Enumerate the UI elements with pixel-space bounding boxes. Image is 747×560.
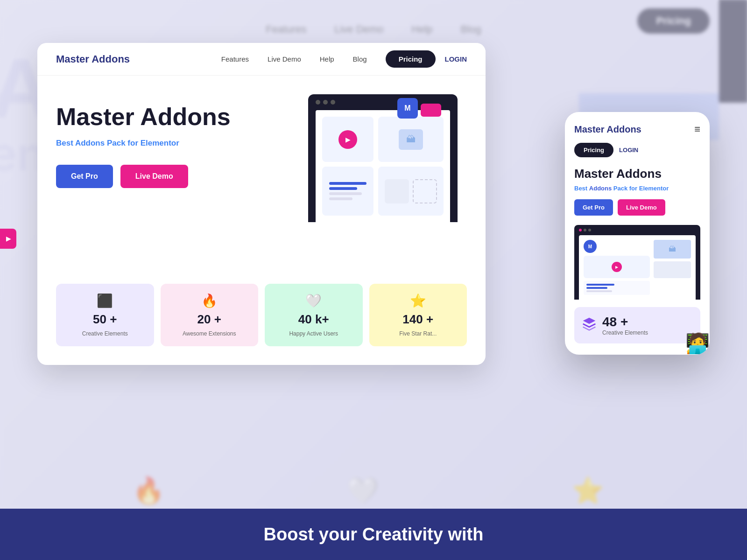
text-line-2 (329, 187, 357, 190)
mobile-image-placeholder: 🏔 (654, 240, 691, 259)
mobile-stat-info: 48 + Creative Elements (602, 315, 648, 336)
mobile-logo: Master Addons (574, 124, 641, 135)
mobile-stat-card: 48 + Creative Elements (574, 307, 700, 343)
hero-title: Master Addons (56, 104, 289, 130)
browser-content: ▶ 🏔 (316, 110, 450, 222)
dot-1 (316, 100, 320, 105)
mobile-live-demo-button[interactable]: Live Demo (618, 199, 665, 216)
mobile-header: Master Addons ≡ (574, 123, 700, 135)
mobile-nav: Pricing LOGIN (574, 143, 700, 157)
mobile-hero-title: Master Addons (574, 167, 700, 181)
mobile-box-placeholder (654, 261, 691, 278)
mobile-login-button[interactable]: LOGIN (619, 147, 638, 154)
nav-help[interactable]: Help (320, 55, 334, 63)
box-placeholder (385, 179, 409, 203)
card-nav: Master Addons Features Live Demo Help Bl… (37, 43, 486, 76)
text-line-3 (329, 192, 362, 195)
mobile-mockup-left: M ▶ (584, 240, 650, 295)
mobile-mockup-logo: M (584, 240, 597, 253)
mobile-stat-num: 48 + (602, 315, 648, 329)
mobile-browser-mockup: M ▶ 🏔 🧑‍💻 (574, 225, 700, 300)
stat-card-extensions: 🔥 20 + Awesome Extensions (161, 284, 259, 346)
text-line-4 (329, 197, 352, 200)
nav-blog[interactable]: Blog (353, 55, 367, 63)
mobile-card: Master Addons ≡ Pricing LOGIN Master Add… (565, 112, 710, 355)
stat-label-extensions: Awesome Extensions (183, 330, 236, 337)
mobile-browser-content: M ▶ 🏔 🧑‍💻 (579, 235, 696, 300)
stat-card-elements: ⬛ 50 + Creative Elements (56, 284, 154, 346)
dot-2 (323, 100, 328, 105)
mobile-buttons: Get Pro Live Demo (574, 199, 700, 216)
hero-subtitle: Best Addons Pack for Elementor (56, 139, 289, 148)
text-widget (322, 167, 374, 216)
stat-label-users: Happy Active Users (289, 330, 338, 337)
main-card: Master Addons Features Live Demo Help Bl… (37, 43, 486, 365)
card-logo: Master Addons (56, 53, 130, 65)
menu-hamburger-icon[interactable]: ≡ (694, 123, 700, 135)
play-widget: ▶ (322, 117, 374, 162)
mobile-text-widget (584, 281, 650, 295)
mockup-pink-tag (421, 104, 441, 117)
text-line-1 (329, 182, 366, 185)
mobile-person-figure: 🧑‍💻 (685, 332, 710, 355)
mobile-play-widget: ▶ (584, 256, 650, 278)
login-button[interactable]: LOGIN (445, 55, 467, 63)
dashed-box (413, 179, 437, 203)
mobile-browser-dots (579, 229, 696, 231)
image-widget: 🏔 (378, 117, 444, 162)
mobile-pricing-button[interactable]: Pricing (574, 143, 613, 157)
stat-card-users: 🤍 40 k+ Happy Active Users (265, 284, 363, 346)
mobile-stat-label: Creative Elements (602, 329, 648, 336)
mobile-layers-icon (582, 316, 597, 335)
stat-num-extensions: 20 + (197, 312, 221, 327)
box-widget (378, 167, 444, 216)
pink-float-button[interactable]: ▶ (0, 229, 16, 249)
stat-label-elements: Creative Elements (82, 330, 128, 337)
mobile-get-pro-button[interactable]: Get Pro (574, 199, 613, 216)
pricing-button[interactable]: Pricing (386, 50, 436, 68)
mobile-dot-3 (588, 229, 591, 231)
text-lines (329, 182, 366, 200)
card-nav-links: Features Live Demo Help Blog (221, 55, 367, 63)
mobile-hero-subtitle: Best Addons Pack for Elementor (574, 185, 700, 192)
nav-livedemo[interactable]: Live Demo (268, 55, 301, 63)
mobile-text-line-1 (586, 284, 614, 286)
mobile-text-line-2 (586, 287, 607, 289)
stat-num-elements: 50 + (93, 312, 117, 327)
stat-num-ratings: 140 + (402, 312, 433, 327)
mobile-dot-1 (579, 229, 582, 231)
mobile-stat-row: 48 + Creative Elements (582, 315, 693, 336)
mobile-dot-2 (584, 229, 586, 231)
dark-section-text: Boost your Creativity with (264, 525, 484, 545)
get-pro-button[interactable]: Get Pro (56, 165, 113, 188)
mobile-mockup-right: 🏔 🧑‍💻 (654, 240, 691, 295)
star-icon: ⭐ (410, 293, 426, 308)
stat-num-users: 40 k+ (298, 312, 329, 327)
play-button-icon: ▶ (338, 130, 357, 149)
nav-features[interactable]: Features (221, 55, 249, 63)
hero-buttons: Get Pro Live Demo (56, 165, 289, 188)
live-demo-button[interactable]: Live Demo (120, 165, 188, 188)
dot-3 (331, 100, 335, 105)
stats-row: ⬛ 50 + Creative Elements 🔥 20 + Awesome … (56, 284, 467, 346)
dark-section: Boost your Creativity with (0, 509, 747, 560)
stat-label-ratings: Five Star Rat... (399, 330, 437, 337)
fire-icon: 🔥 (201, 293, 218, 308)
heart-icon: 🤍 (305, 293, 322, 308)
mobile-play-icon: ▶ (612, 262, 622, 272)
mobile-text-line-3 (586, 290, 612, 292)
image-placeholder: 🏔 (399, 129, 423, 150)
layers-icon: ⬛ (97, 293, 113, 308)
stat-card-ratings: ⭐ 140 + Five Star Rat... (369, 284, 467, 346)
mockup-logo-badge: M (397, 98, 418, 119)
